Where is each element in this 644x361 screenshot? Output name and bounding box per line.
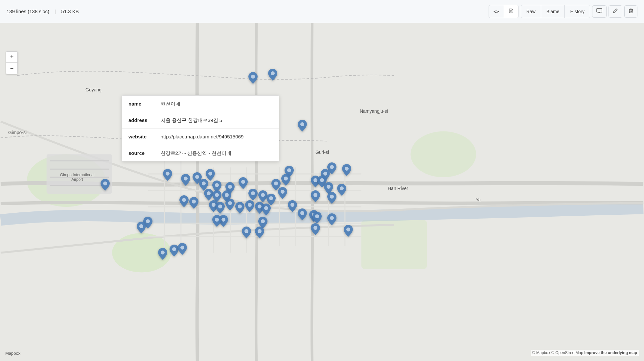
map-pin-51[interactable] <box>242 227 251 238</box>
svg-point-56 <box>258 205 262 208</box>
map-pin-47[interactable] <box>312 212 322 224</box>
action-buttons-group: Raw Blame History <box>521 5 590 18</box>
zoom-controls: + − <box>6 51 18 74</box>
svg-point-47 <box>313 193 317 197</box>
map-pin-6[interactable] <box>181 174 190 186</box>
svg-point-62 <box>215 218 219 222</box>
svg-point-21 <box>103 181 107 185</box>
svg-point-61 <box>221 218 225 222</box>
svg-point-32 <box>228 185 232 189</box>
svg-point-26 <box>287 168 291 172</box>
zoom-out-button[interactable]: − <box>6 63 17 74</box>
map-pin-5[interactable] <box>163 169 172 181</box>
map-pin-53[interactable] <box>311 223 320 235</box>
svg-point-53 <box>228 201 232 205</box>
map-pin-30[interactable] <box>311 190 320 202</box>
history-button[interactable]: History <box>565 5 590 18</box>
map-pin-56[interactable] <box>178 243 187 255</box>
map-pin-36[interactable] <box>225 199 235 210</box>
doc-view-button[interactable] <box>504 5 518 18</box>
svg-point-28 <box>345 167 349 171</box>
map-pin-33[interactable] <box>189 197 198 209</box>
map-pin-35[interactable] <box>216 202 225 214</box>
svg-point-40 <box>207 191 211 195</box>
svg-point-72 <box>172 247 176 251</box>
svg-point-68 <box>244 229 248 233</box>
svg-point-44 <box>261 193 265 197</box>
map-pin-26[interactable] <box>248 189 258 201</box>
map-pin-48[interactable] <box>327 213 336 225</box>
popup-row-website: website http://place.map.daum.net/949515… <box>122 129 279 145</box>
desktop-button[interactable] <box>592 5 607 18</box>
svg-point-70 <box>313 226 317 230</box>
svg-point-52 <box>218 205 222 208</box>
line-count: 139 lines (138 sloc) <box>7 9 49 14</box>
map-attribution: © Mapbox © OpenStreetMap Improve the und… <box>531 350 639 356</box>
map-pin-41[interactable] <box>288 200 297 212</box>
map-pin-57[interactable] <box>158 248 167 260</box>
svg-point-64 <box>315 214 319 218</box>
svg-point-65 <box>330 216 334 220</box>
svg-point-35 <box>284 177 288 180</box>
popup-value-name: 현선이네 <box>154 96 279 112</box>
svg-point-20 <box>300 122 304 126</box>
mapbox-logo: Mapbox <box>5 351 20 356</box>
map-pin-45[interactable] <box>212 215 221 227</box>
map-pin-23[interactable] <box>204 189 213 201</box>
zoom-in-button[interactable]: + <box>6 52 17 63</box>
map-pin-31[interactable] <box>327 192 336 204</box>
map-pin-16[interactable] <box>239 177 248 189</box>
svg-rect-3 <box>597 9 602 12</box>
map-pin-38[interactable] <box>245 200 254 212</box>
map-pin-4[interactable] <box>101 179 110 191</box>
svg-point-34 <box>274 181 278 185</box>
map-pin-54[interactable] <box>344 225 353 237</box>
popup-row-address: address 서울 용산구 한강대로39길 5 <box>122 112 279 129</box>
map-pin-18[interactable] <box>281 174 290 186</box>
delete-button[interactable] <box>624 5 637 18</box>
svg-point-45 <box>269 196 273 200</box>
map-pin-22[interactable] <box>337 184 346 196</box>
svg-point-38 <box>327 185 331 189</box>
map-pin-3[interactable] <box>298 120 307 132</box>
svg-point-33 <box>241 180 245 184</box>
map-pin-27[interactable] <box>258 190 267 202</box>
edit-button[interactable] <box>609 5 622 18</box>
svg-point-39 <box>340 186 344 190</box>
map-pin-11[interactable] <box>342 164 351 176</box>
map-pin-29[interactable] <box>278 187 287 199</box>
map-pin-55[interactable] <box>170 245 179 256</box>
map-pin-52[interactable] <box>255 227 264 238</box>
map-pin-1[interactable] <box>248 72 258 84</box>
svg-rect-12 <box>361 220 427 269</box>
svg-point-57 <box>264 206 268 210</box>
svg-point-25 <box>208 172 212 176</box>
map-pin-50[interactable] <box>137 222 146 233</box>
map-pin-2[interactable] <box>268 69 277 81</box>
map-pin-40[interactable] <box>262 204 271 215</box>
map-pin-42[interactable] <box>298 208 307 220</box>
code-view-button[interactable]: <> <box>489 5 504 18</box>
map-pin-37[interactable] <box>235 202 244 214</box>
svg-point-31 <box>215 183 219 187</box>
svg-point-48 <box>330 195 334 199</box>
map-container[interactable]: Goyang Gimpo-si Namyangju-si Guri-si Han… <box>0 23 644 361</box>
map-popup: name 현선이네address 서울 용산구 한강대로39길 5website… <box>122 95 279 161</box>
svg-point-11 <box>410 131 476 177</box>
svg-point-67 <box>139 224 143 228</box>
popup-key-website: website <box>122 129 154 145</box>
raw-button[interactable]: Raw <box>521 5 541 18</box>
svg-point-30 <box>202 181 206 185</box>
view-toggle-group: <> <box>489 5 519 18</box>
svg-point-29 <box>323 172 327 176</box>
popup-value-source: 한강로2가 - 신용산역 - 현선이네 <box>154 145 279 161</box>
svg-point-59 <box>300 211 304 215</box>
svg-point-24 <box>195 175 199 179</box>
improve-map-link[interactable]: Improve the underlying map <box>584 350 637 355</box>
map-pin-32[interactable] <box>179 195 189 207</box>
blame-button[interactable]: Blame <box>541 5 565 18</box>
svg-point-41 <box>215 193 219 197</box>
svg-point-58 <box>290 203 294 207</box>
separator: | <box>55 9 56 14</box>
file-info: 139 lines (138 sloc) | 51.3 KB <box>7 9 489 14</box>
